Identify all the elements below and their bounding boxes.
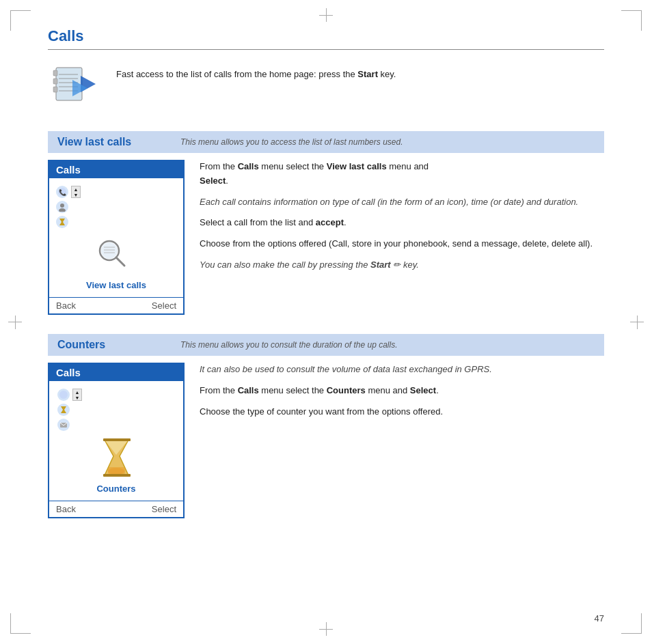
counters-title: Counters bbox=[57, 339, 167, 351]
vlc-phone-body: 📞 ▲ ▼ bbox=[49, 178, 183, 297]
ctr-para1: It can also be used to consult the volum… bbox=[200, 363, 604, 377]
corner-mark-br bbox=[621, 613, 642, 634]
ctr-screen: ▲ ▼ bbox=[55, 385, 178, 496]
vlc-select-btn: Select bbox=[152, 300, 176, 311]
vlc-accept-bold: accept bbox=[316, 217, 344, 227]
center-right-mark bbox=[630, 316, 644, 329]
svg-rect-3 bbox=[53, 87, 57, 92]
view-last-calls-desc: This menu allows you to access the list … bbox=[180, 137, 403, 147]
calls-icon bbox=[48, 62, 103, 112]
ctr-icon-2 bbox=[57, 404, 70, 416]
svg-rect-1 bbox=[53, 70, 57, 76]
ctr-select-btn: Select bbox=[152, 504, 176, 514]
vlc-icon-3 bbox=[56, 216, 68, 228]
intro-bold-start: Start bbox=[357, 69, 378, 79]
vlc-para1: From the Calls menu select the View last… bbox=[200, 160, 604, 188]
counters-desc: This menu allows you to consult the dura… bbox=[180, 340, 398, 350]
vlc-para5: You can also make the call by pressing t… bbox=[200, 258, 604, 272]
vlc-para4: Choose from the options offered (Call, s… bbox=[200, 237, 604, 251]
vlc-icon-2 bbox=[56, 201, 68, 213]
ctr-back-btn: Back bbox=[56, 504, 76, 514]
ctr-phone-footer: Back Select bbox=[49, 501, 183, 517]
vlc-icon-1: 📞 bbox=[56, 186, 68, 198]
vlc-back-btn: Back bbox=[56, 300, 76, 311]
vlc-phone-footer: Back Select bbox=[49, 297, 183, 313]
vlc-screen: 📞 ▲ ▼ bbox=[55, 182, 178, 293]
svg-text:📞: 📞 bbox=[59, 188, 67, 197]
vlc-row-1: 📞 ▲ ▼ bbox=[55, 185, 178, 199]
vlc-arrows-1: ▲ ▼ bbox=[71, 186, 81, 198]
vlc-menu-label: View last calls bbox=[55, 280, 178, 290]
vlc-row-2 bbox=[55, 200, 178, 214]
ctr-row-3 bbox=[55, 418, 72, 432]
svg-point-13 bbox=[60, 204, 64, 208]
center-left-mark bbox=[8, 316, 22, 329]
vlc-select-bold: Select bbox=[200, 176, 226, 186]
intro-row: Fast access to the list of calls from th… bbox=[48, 62, 604, 112]
view-last-calls-header: View last calls This menu allows you to … bbox=[48, 131, 604, 153]
page-number: 47 bbox=[595, 613, 604, 624]
ctr-para3: Choose the type of counter you want from… bbox=[200, 405, 604, 419]
svg-marker-23 bbox=[61, 406, 66, 413]
corner-mark-bl bbox=[10, 613, 31, 634]
page-title: Calls bbox=[48, 27, 604, 50]
intro-text: Fast access to the list of calls from th… bbox=[116, 62, 396, 81]
svg-rect-2 bbox=[53, 79, 57, 84]
ctr-phone-body: ▲ ▼ bbox=[49, 381, 183, 501]
svg-line-18 bbox=[116, 257, 124, 266]
ctr-counters-bold: Counters bbox=[327, 385, 366, 395]
ctr-icon-3 bbox=[57, 419, 70, 431]
vlc-phone-header: Calls bbox=[49, 161, 183, 178]
vlc-calls-bold: Calls bbox=[238, 161, 259, 171]
page: Calls Fast access to the bbox=[0, 0, 652, 644]
vlc-view-bold: View last calls bbox=[327, 161, 387, 171]
ctr-row-1: ▲ ▼ bbox=[55, 388, 85, 402]
counters-content: Calls ▲ ▼ bbox=[48, 363, 604, 518]
svg-point-22 bbox=[59, 391, 68, 399]
svg-point-17 bbox=[101, 242, 118, 259]
ctr-icon-1 bbox=[57, 389, 70, 401]
center-bottom-mark bbox=[319, 622, 333, 636]
ctr-calls-bold: Calls bbox=[238, 385, 259, 395]
view-last-calls-phone: Calls 📞 ▲ ▼ bbox=[48, 160, 185, 315]
vlc-pencil-icon: ✏ bbox=[393, 260, 400, 270]
svg-point-14 bbox=[59, 208, 66, 212]
ctr-arrows-1: ▲ ▼ bbox=[72, 389, 82, 401]
svg-rect-29 bbox=[103, 438, 131, 441]
ctr-select-bold: Select bbox=[410, 385, 436, 395]
counters-text: It can also be used to consult the volum… bbox=[200, 363, 604, 425]
ctr-row-2 bbox=[55, 403, 72, 417]
view-last-calls-text: From the Calls menu select the View last… bbox=[200, 160, 604, 279]
counters-phone: Calls ▲ ▼ bbox=[48, 363, 185, 518]
vlc-para2: Each call contains information on type o… bbox=[200, 195, 604, 210]
svg-rect-28 bbox=[108, 467, 125, 474]
vlc-row-3 bbox=[55, 215, 178, 229]
svg-marker-15 bbox=[59, 219, 65, 225]
corner-mark-tl bbox=[10, 10, 31, 31]
ctr-para2: From the Calls menu select the Counters … bbox=[200, 384, 604, 398]
view-last-calls-content: Calls 📞 ▲ ▼ bbox=[48, 160, 604, 315]
ctr-menu-label: Counters bbox=[55, 484, 178, 494]
vlc-start-bold: Start bbox=[370, 260, 391, 270]
counters-header: Counters This menu allows you to consult… bbox=[48, 334, 604, 356]
vlc-magnifier-area bbox=[55, 230, 178, 276]
center-top-mark bbox=[319, 8, 333, 22]
corner-mark-tr bbox=[621, 10, 642, 31]
ctr-phone-header: Calls bbox=[49, 364, 183, 381]
svg-rect-30 bbox=[103, 474, 131, 477]
view-last-calls-title: View last calls bbox=[57, 136, 167, 148]
ctr-hourglass-area bbox=[55, 433, 178, 479]
vlc-para3: Select a call from the list and accept. bbox=[200, 216, 604, 230]
